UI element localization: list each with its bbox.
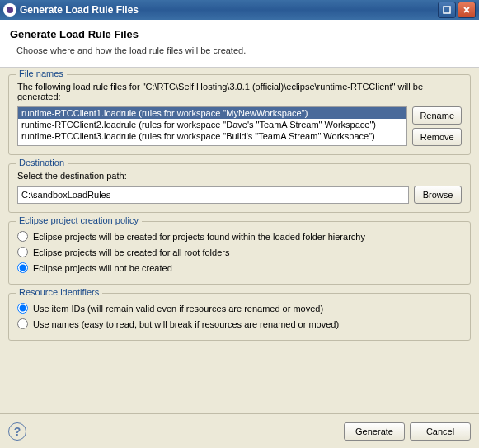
rename-button[interactable]: Rename — [412, 106, 462, 125]
close-button[interactable] — [458, 2, 476, 18]
policy-option-label: Eclipse projects will not be created — [33, 263, 172, 273]
page-title: Generate Load Rule Files — [10, 28, 469, 40]
dialog-footer: ? Generate Cancel — [0, 413, 479, 448]
browse-button[interactable]: Browse — [414, 186, 462, 204]
policy-radio[interactable] — [17, 231, 28, 242]
help-icon[interactable]: ? — [8, 422, 26, 441]
policy-option[interactable]: Eclipse projects will be created for all… — [17, 244, 462, 260]
resource-radio[interactable] — [17, 318, 28, 329]
policy-group: Eclipse project creation policy Eclipse … — [8, 221, 471, 285]
policy-radio[interactable] — [17, 247, 28, 257]
destination-group: Destination Select the destination path:… — [8, 163, 471, 213]
file-list-item[interactable]: runtime-RTCClient3.loadrule (rules for w… — [18, 130, 406, 142]
eclipse-icon — [3, 3, 16, 17]
file-names-description: The following load rule files for "C:\RT… — [17, 82, 462, 101]
page-subtitle: Choose where and how the load rule files… — [10, 45, 469, 55]
svg-rect-0 — [444, 7, 450, 13]
policy-label: Eclipse project creation policy — [16, 215, 142, 225]
file-names-label: File names — [16, 68, 67, 78]
policy-option[interactable]: Eclipse projects will not be created — [17, 260, 462, 276]
resource-ids-group: Resource identifiers Use item IDs (will … — [8, 293, 471, 341]
resource-option[interactable]: Use names (easy to read, but will break … — [17, 316, 462, 332]
policy-option-label: Eclipse projects will be created for pro… — [33, 232, 365, 242]
destination-label: Destination — [16, 158, 68, 167]
resource-option-label: Use names (easy to read, but will break … — [33, 319, 339, 329]
resource-ids-label: Resource identifiers — [16, 287, 102, 297]
file-names-list[interactable]: runtime-RTCClient1.loadrule (rules for w… — [17, 106, 407, 146]
resource-option[interactable]: Use item IDs (will remain valid even if … — [17, 300, 462, 316]
remove-button[interactable]: Remove — [412, 128, 462, 146]
policy-radio[interactable] — [17, 262, 28, 273]
resource-radio[interactable] — [17, 303, 28, 314]
titlebar: Generate Load Rule Files — [0, 0, 479, 20]
resource-option-label: Use item IDs (will remain valid even if … — [33, 304, 323, 314]
generate-button[interactable]: Generate — [344, 422, 405, 441]
file-list-item[interactable]: runtime-RTCClient2.loadrule (rules for w… — [18, 119, 406, 130]
policy-option[interactable]: Eclipse projects will be created for pro… — [17, 229, 462, 244]
destination-prompt: Select the destination path: — [17, 171, 462, 181]
maximize-button[interactable] — [438, 2, 456, 18]
destination-input[interactable] — [17, 186, 409, 204]
dialog-header: Generate Load Rule Files Choose where an… — [0, 20, 479, 68]
cancel-button[interactable]: Cancel — [410, 422, 471, 441]
file-list-item[interactable]: runtime-RTCClient1.loadrule (rules for w… — [18, 107, 406, 119]
file-names-group: File names The following load rule files… — [8, 74, 471, 155]
window-title: Generate Load Rule Files — [20, 4, 438, 16]
policy-option-label: Eclipse projects will be created for all… — [33, 248, 229, 257]
